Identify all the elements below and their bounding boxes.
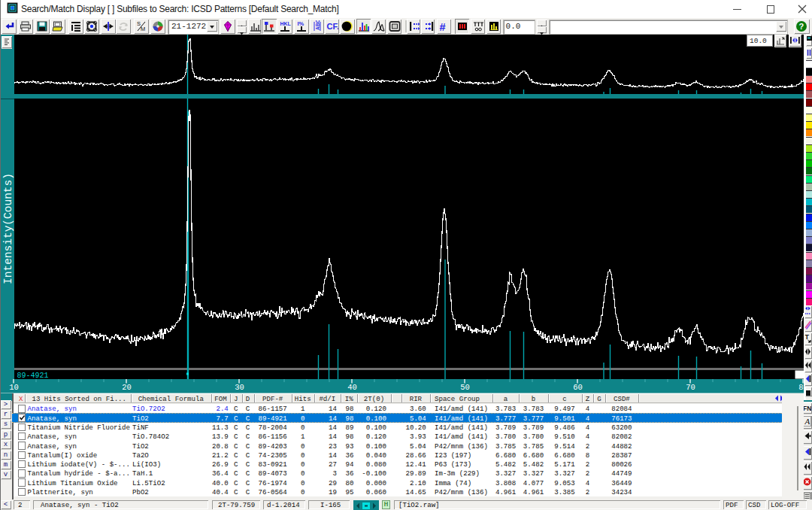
svg-text:70: 70 xyxy=(686,383,695,392)
svg-text:30: 30 xyxy=(235,383,244,392)
svg-text:10: 10 xyxy=(9,383,19,392)
svg-text:40: 40 xyxy=(347,383,357,392)
svg-text:HKL: HKL xyxy=(280,21,292,26)
svg-text:T: T xyxy=(804,333,809,341)
svg-text:50: 50 xyxy=(460,383,470,392)
svg-text:#: # xyxy=(440,20,446,32)
svg-text:CF.: CF. xyxy=(326,22,338,31)
svg-text:I%: I% xyxy=(297,20,304,27)
svg-text:20: 20 xyxy=(122,383,132,392)
svg-text:89-4921: 89-4921 xyxy=(17,372,48,380)
svg-text:ABC: ABC xyxy=(315,20,320,30)
svg-text:60: 60 xyxy=(573,383,583,392)
svg-text:FN: FN xyxy=(803,405,811,412)
svg-text:A: A xyxy=(804,417,810,426)
svg-text:?: ? xyxy=(799,22,804,31)
